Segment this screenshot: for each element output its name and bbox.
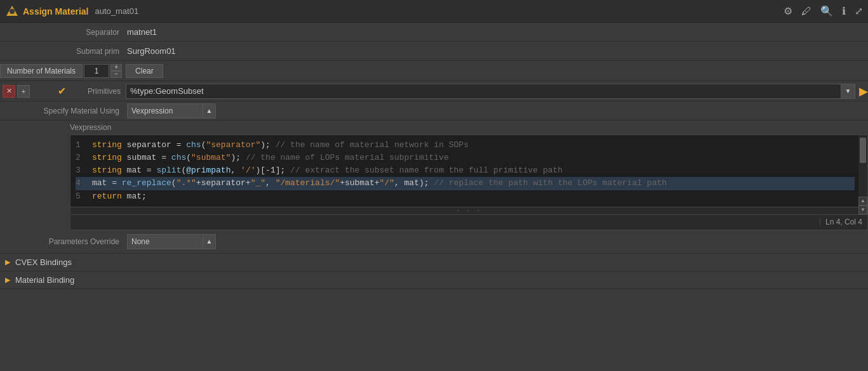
- vexpression-label: Vexpression: [70, 123, 868, 132]
- num-materials-input[interactable]: [84, 64, 109, 78]
- cvex-bindings-section[interactable]: ▶ CVEX Bindings: [0, 254, 868, 271]
- separator-label: Separator: [0, 28, 127, 37]
- row-controls: ✕ +: [0, 85, 54, 98]
- specify-material-label: Specify Material Using: [0, 107, 127, 115]
- material-binding-title: Material Binding: [15, 275, 74, 285]
- specify-material-arrow: ▲: [203, 103, 216, 119]
- execute-button[interactable]: ▶: [859, 84, 868, 98]
- code-line-4: 4 mat = re_replace(".*"+separator+"_", "…: [76, 177, 855, 190]
- parameters-override-arrow: ▲: [203, 234, 216, 249]
- num-materials-stepper: + −: [110, 64, 122, 78]
- code-editor[interactable]: 1 string separator = chs("separator"); /…: [70, 134, 868, 215]
- scroll-down-arrow[interactable]: ▼: [858, 205, 867, 214]
- material-binding-section[interactable]: ▶ Material Binding: [0, 271, 868, 289]
- separator-row: Separator matnet1: [0, 23, 868, 42]
- parameters-override-select-wrap: None All ▲: [127, 234, 216, 249]
- primitives-input[interactable]: [126, 84, 841, 99]
- search-icon[interactable]: 🔍: [820, 5, 833, 17]
- code-line-1: 1 string separator = chs("separator"); /…: [76, 139, 855, 152]
- parameters-override-select[interactable]: None All: [127, 234, 203, 249]
- cursor-position: Ln 4, Col 4: [820, 218, 867, 226]
- app-logo: [5, 4, 19, 18]
- check-icon: ✔: [58, 85, 66, 97]
- add-row-button[interactable]: +: [17, 85, 30, 98]
- num-materials-decrement[interactable]: −: [110, 71, 122, 78]
- status-bar: Ln 4, Col 4: [70, 215, 868, 230]
- primitives-input-wrap: ▼: [126, 84, 855, 99]
- num-materials-increment[interactable]: +: [110, 64, 122, 71]
- submat-prim-value: SurgRoom01: [127, 46, 176, 56]
- submat-prim-label: Submat prim: [0, 47, 127, 56]
- code-line-5: 5 return mat;: [76, 190, 855, 203]
- cvex-bindings-arrow: ▶: [5, 258, 10, 266]
- app-name: Assign Material: [23, 6, 88, 16]
- primitives-dropdown-button[interactable]: ▼: [841, 84, 855, 99]
- title-bar-icons: ⚙ 🖊 🔍 ℹ ⤢: [784, 5, 863, 17]
- code-line-2: 2 string submat = chs("submat"); // the …: [76, 152, 855, 164]
- brush-icon[interactable]: 🖊: [801, 6, 811, 17]
- scroll-arrows: ▲ ▼: [858, 197, 867, 214]
- svg-point-1: [10, 9, 15, 14]
- parameters-override-label: Parameters Override: [0, 237, 127, 246]
- num-materials-row: Number of Materials + − Clear: [0, 61, 868, 81]
- material-binding-arrow: ▶: [5, 276, 10, 284]
- code-resize-handle[interactable]: · · ·: [70, 207, 867, 214]
- node-name: auto_mat01: [95, 6, 138, 16]
- specify-material-select-wrap: Vexpression None Parameter ▲: [127, 103, 216, 119]
- code-content: 1 string separator = chs("separator"); /…: [70, 135, 867, 207]
- scroll-up-arrow[interactable]: ▲: [858, 197, 867, 205]
- expand-icon[interactable]: ⤢: [855, 5, 863, 17]
- primitives-row: ✕ + ✔ Primitives ▼ ▶: [0, 81, 868, 101]
- vexpression-section: Vexpression: [0, 120, 868, 132]
- gear-icon[interactable]: ⚙: [784, 5, 792, 17]
- remove-row-button[interactable]: ✕: [3, 85, 15, 98]
- submat-prim-row: Submat prim SurgRoom01: [0, 42, 868, 61]
- scroll-thumb[interactable]: [860, 138, 866, 163]
- specify-material-row: Specify Material Using Vexpression None …: [0, 101, 868, 120]
- cvex-bindings-title: CVEX Bindings: [15, 257, 72, 267]
- num-materials-button[interactable]: Number of Materials: [0, 64, 83, 78]
- primitives-label: Primitives: [70, 87, 121, 96]
- clear-button[interactable]: Clear: [126, 64, 163, 78]
- info-icon[interactable]: ℹ: [842, 5, 846, 17]
- code-scrollbar[interactable]: ▲ ▼: [858, 135, 867, 214]
- separator-value: matnet1: [127, 27, 157, 37]
- status-input[interactable]: [70, 218, 820, 226]
- code-line-3: 3 string mat = split(@primpath, '/')[-1]…: [76, 164, 855, 177]
- parameters-override-row: Parameters Override None All ▲: [0, 230, 868, 254]
- specify-material-select[interactable]: Vexpression None Parameter: [127, 103, 203, 119]
- title-bar: Assign Material auto_mat01 ⚙ 🖊 🔍 ℹ ⤢: [0, 0, 868, 23]
